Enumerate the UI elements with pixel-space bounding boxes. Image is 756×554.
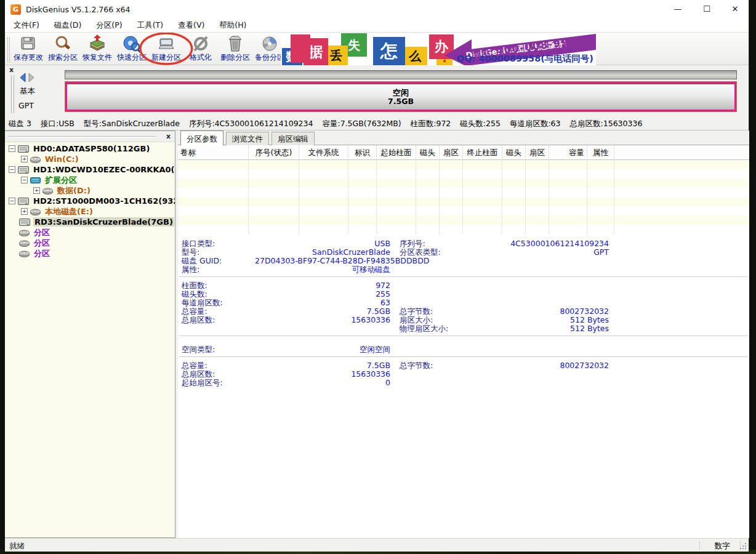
tree-item-本地磁盘(E:)[interactable]: +本地磁盘(E:) xyxy=(5,206,175,217)
toolbar-button-搜索分区[interactable]: 搜索分区 xyxy=(46,33,80,65)
tab-浏览文件[interactable]: 浏览文件 xyxy=(226,132,269,145)
tree-item-数据(D:)[interactable]: +数据(D:) xyxy=(5,185,175,196)
toolbar-button-恢复文件[interactable]: 恢复文件 xyxy=(80,33,115,65)
tree-panel-grip[interactable] xyxy=(9,136,156,138)
expand-icon[interactable]: + xyxy=(21,208,28,215)
menu-item-2[interactable]: 分区(P) xyxy=(90,18,128,31)
toolbar-button-格式化[interactable]: 格式化 xyxy=(183,33,218,65)
detail-value: 空闲空间 xyxy=(255,345,390,355)
menu-bar: 文件(F)磁盘(D)分区(P)工具(T)查看(V)帮助(H) xyxy=(5,18,749,32)
toolbar-button-保存更改[interactable]: 保存更改 xyxy=(11,33,46,65)
table-cell xyxy=(249,179,299,188)
volume-icon xyxy=(30,156,41,163)
column-header-扇区[interactable]: 扇区 xyxy=(440,145,463,160)
table-cell xyxy=(178,215,249,225)
toolbar-button-新建分区[interactable]: 新建分区 xyxy=(149,33,183,65)
column-header-磁头[interactable]: 磁头 xyxy=(502,145,526,160)
table-cell xyxy=(549,160,587,169)
column-header-卷标[interactable]: 卷标 xyxy=(178,145,249,160)
table-cell xyxy=(249,206,299,215)
expand-icon[interactable]: + xyxy=(33,187,40,194)
table-cell xyxy=(440,179,463,188)
tab-扇区编辑[interactable]: 扇区编辑 xyxy=(271,132,315,145)
disk-map-strip[interactable] xyxy=(65,70,737,79)
save-icon xyxy=(19,34,38,53)
free-partition-bar[interactable]: 空闲 7.5GB xyxy=(65,81,737,112)
tab-strip: 分区参数浏览文件扇区编辑 xyxy=(178,130,749,145)
toolbar-button-快速分区[interactable]: 快速分区 xyxy=(115,33,149,65)
table-cell xyxy=(502,197,526,206)
column-header-序号(状态)[interactable]: 序号(状态) xyxy=(249,145,299,160)
disk-info-line: 磁盘 3接口:USB型号:SanDiskCruzerBlade序列号:4C530… xyxy=(5,117,749,130)
tree-item-分区[interactable]: 分区 xyxy=(5,248,175,259)
tree-panel-close-icon[interactable]: x xyxy=(166,132,171,140)
toolbar-button-删除分区[interactable]: 删除分区 xyxy=(218,33,252,65)
table-row-empty xyxy=(178,188,749,197)
panel-grip[interactable] xyxy=(11,75,14,113)
collapse-icon[interactable]: − xyxy=(21,177,28,183)
table-cell xyxy=(549,225,587,234)
detail-value: SanDiskCruzerBlade xyxy=(255,247,390,257)
format-icon xyxy=(191,34,210,53)
table-cell xyxy=(587,215,614,225)
collapse-icon[interactable]: − xyxy=(9,166,15,173)
expand-icon[interactable]: + xyxy=(21,156,28,163)
tree-item-HD2:ST1000DM003-1CH162(932GB)[interactable]: −HD2:ST1000DM003-1CH162(932GB) xyxy=(5,196,175,206)
table-cell xyxy=(440,225,463,234)
label-basic[interactable]: 基本 xyxy=(20,86,35,97)
tree-item-label: 分区 xyxy=(33,248,51,259)
table-cell xyxy=(526,197,549,206)
table-cell xyxy=(377,160,416,169)
column-header-终止柱面[interactable]: 终止柱面 xyxy=(463,145,502,160)
table-cell xyxy=(440,188,463,197)
panel-close-icon[interactable]: x xyxy=(9,66,14,74)
prev-disk-icon xyxy=(20,73,25,82)
table-cell xyxy=(348,215,377,225)
close-button[interactable]: ✕ xyxy=(723,0,747,18)
menu-item-0[interactable]: 文件(F) xyxy=(7,18,46,31)
table-cell xyxy=(299,160,348,169)
tree-item-Win(C:)[interactable]: +Win(C:) xyxy=(5,154,175,164)
table-cell xyxy=(440,215,463,225)
column-header-容量[interactable]: 容量 xyxy=(549,145,587,160)
column-header-扇区[interactable]: 扇区 xyxy=(526,145,549,160)
menu-item-4[interactable]: 查看(V) xyxy=(172,18,211,31)
table-cell xyxy=(299,197,348,206)
table-cell xyxy=(348,225,377,234)
table-cell xyxy=(463,197,502,206)
tree-item-HD1:WDCWD10EZEC-00RKKA0(932GB)[interactable]: −HD1:WDCWD10EZEC-00RKKA0(932GB) xyxy=(5,164,175,175)
column-header-磁头[interactable]: 磁头 xyxy=(416,145,440,160)
detail-value: 7.5GB xyxy=(255,307,390,316)
minimize-button[interactable]: — xyxy=(666,0,690,18)
column-header-属性[interactable]: 属性 xyxy=(587,145,614,160)
table-cell xyxy=(502,179,526,188)
menu-item-1[interactable]: 磁盘(D) xyxy=(48,18,87,31)
menu-item-3[interactable]: 工具(T) xyxy=(131,18,169,31)
tab-分区参数[interactable]: 分区参数 xyxy=(180,130,223,145)
detail-value: 8002732032 xyxy=(473,361,609,370)
tree-item-label: 本地磁盘(E:) xyxy=(44,206,94,217)
tree-item-RD3:SanDiskCruzerBlade(7GB)[interactable]: RD3:SanDiskCruzerBlade(7GB) xyxy=(5,217,175,227)
maximize-button[interactable]: ☐ xyxy=(694,0,719,18)
numlock-indicator: 数字 xyxy=(706,541,739,552)
table-cell xyxy=(549,206,587,215)
tree-item-分区[interactable]: 分区 xyxy=(5,227,175,238)
collapse-icon[interactable]: − xyxy=(9,198,15,204)
resize-grip[interactable] xyxy=(739,542,747,550)
tree-item-分区[interactable]: 分区 xyxy=(5,238,175,248)
tree-item-HD0:ADATASP580(112GB)[interactable]: −HD0:ADATASP580(112GB) xyxy=(5,143,175,154)
column-header-文件系统[interactable]: 文件系统 xyxy=(299,145,348,160)
table-cell xyxy=(440,206,463,215)
table-cell xyxy=(348,206,377,215)
new-partition-icon xyxy=(157,34,175,53)
tree-item-扩展分区[interactable]: −扩展分区 xyxy=(5,175,175,185)
table-cell xyxy=(178,188,249,197)
column-header-起始柱面[interactable]: 起始柱面 xyxy=(377,145,416,160)
collapse-icon[interactable]: − xyxy=(9,145,15,152)
column-header-标识[interactable]: 标识 xyxy=(348,145,377,160)
label-gpt[interactable]: GPT xyxy=(18,101,34,110)
table-cell xyxy=(299,215,348,225)
detail-value: 255 xyxy=(255,289,390,299)
menu-item-5[interactable]: 帮助(H) xyxy=(213,18,252,31)
table-cell xyxy=(377,179,416,188)
